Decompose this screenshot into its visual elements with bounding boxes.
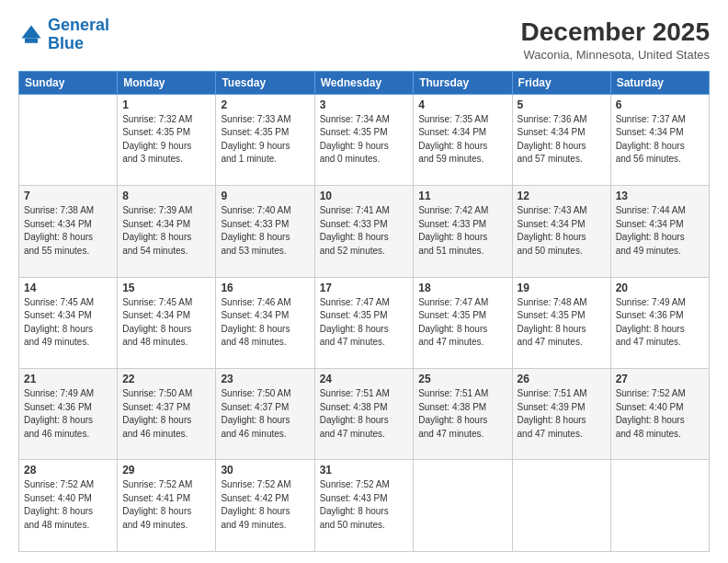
page: General Blue December 2025 Waconia, Minn… [0,0,728,563]
day-number: 21 [24,373,112,385]
day-number: 24 [320,373,409,385]
day-number: 29 [122,464,210,477]
svg-marker-0 [22,25,41,38]
day-number: 9 [221,190,309,202]
day-number: 18 [418,282,506,294]
calendar-cell: 26Sunrise: 7:51 AMSunset: 4:39 PMDayligh… [512,369,610,460]
calendar-cell [512,460,610,552]
calendar-week-row: 7Sunrise: 7:38 AMSunset: 4:34 PMDaylight… [19,186,710,277]
day-number: 14 [24,282,112,294]
day-info: Sunrise: 7:48 AMSunset: 4:35 PMDaylight:… [518,296,606,350]
calendar-cell: 18Sunrise: 7:47 AMSunset: 4:35 PMDayligh… [414,277,512,368]
day-info: Sunrise: 7:52 AMSunset: 4:40 PMDaylight:… [616,387,704,441]
calendar-day-header: Sunday [19,71,118,94]
calendar-cell: 22Sunrise: 7:50 AMSunset: 4:37 PMDayligh… [118,369,216,460]
day-number: 4 [418,98,506,111]
calendar-cell: 29Sunrise: 7:52 AMSunset: 4:41 PMDayligh… [118,460,216,552]
day-info: Sunrise: 7:51 AMSunset: 4:39 PMDaylight:… [518,387,606,441]
day-number: 8 [122,190,210,202]
calendar-week-row: 1Sunrise: 7:32 AMSunset: 4:35 PMDaylight… [19,94,710,185]
calendar-cell: 6Sunrise: 7:37 AMSunset: 4:34 PMDaylight… [610,94,709,185]
day-info: Sunrise: 7:45 AMSunset: 4:34 PMDaylight:… [24,296,112,350]
day-info: Sunrise: 7:50 AMSunset: 4:37 PMDaylight:… [221,387,309,441]
calendar-day-header: Friday [512,71,610,94]
calendar-cell: 23Sunrise: 7:50 AMSunset: 4:37 PMDayligh… [216,369,314,460]
day-number: 22 [122,373,210,385]
calendar-cell: 12Sunrise: 7:43 AMSunset: 4:34 PMDayligh… [512,186,610,277]
calendar-cell: 8Sunrise: 7:39 AMSunset: 4:34 PMDaylight… [118,186,216,277]
calendar-cell: 19Sunrise: 7:48 AMSunset: 4:35 PMDayligh… [512,277,610,368]
day-number: 5 [518,98,606,111]
day-number: 20 [616,282,704,294]
day-number: 2 [221,98,309,111]
day-info: Sunrise: 7:43 AMSunset: 4:34 PMDaylight:… [518,204,606,258]
calendar-cell: 1Sunrise: 7:32 AMSunset: 4:35 PMDaylight… [118,94,216,185]
day-info: Sunrise: 7:49 AMSunset: 4:36 PMDaylight:… [24,387,112,441]
calendar-cell: 24Sunrise: 7:51 AMSunset: 4:38 PMDayligh… [314,369,414,460]
day-number: 27 [616,373,704,385]
day-number: 12 [518,190,606,202]
calendar-cell: 13Sunrise: 7:44 AMSunset: 4:34 PMDayligh… [610,186,709,277]
day-number: 23 [221,373,309,385]
calendar-cell: 21Sunrise: 7:49 AMSunset: 4:36 PMDayligh… [19,369,118,460]
title-block: December 2025 Waconia, Minnesota, United… [521,17,710,62]
day-number: 7 [24,190,112,202]
main-title: December 2025 [521,17,710,48]
day-info: Sunrise: 7:51 AMSunset: 4:38 PMDaylight:… [418,387,506,441]
calendar-week-row: 14Sunrise: 7:45 AMSunset: 4:34 PMDayligh… [19,277,710,368]
calendar-day-header: Monday [118,71,216,94]
calendar-cell: 31Sunrise: 7:52 AMSunset: 4:43 PMDayligh… [314,460,414,552]
day-number: 26 [518,373,606,385]
header: General Blue December 2025 Waconia, Minn… [18,17,710,62]
day-number: 11 [418,190,506,202]
calendar-cell: 30Sunrise: 7:52 AMSunset: 4:42 PMDayligh… [216,460,314,552]
day-number: 6 [616,98,704,111]
day-info: Sunrise: 7:52 AMSunset: 4:40 PMDaylight:… [24,478,112,532]
day-info: Sunrise: 7:45 AMSunset: 4:34 PMDaylight:… [122,296,210,350]
calendar-cell: 16Sunrise: 7:46 AMSunset: 4:34 PMDayligh… [216,277,314,368]
calendar-cell: 17Sunrise: 7:47 AMSunset: 4:35 PMDayligh… [314,277,414,368]
calendar-cell: 15Sunrise: 7:45 AMSunset: 4:34 PMDayligh… [118,277,216,368]
day-info: Sunrise: 7:52 AMSunset: 4:43 PMDaylight:… [320,478,409,532]
calendar-cell: 14Sunrise: 7:45 AMSunset: 4:34 PMDayligh… [19,277,118,368]
calendar-cell: 9Sunrise: 7:40 AMSunset: 4:33 PMDaylight… [216,186,314,277]
calendar-cell: 7Sunrise: 7:38 AMSunset: 4:34 PMDaylight… [19,186,118,277]
day-info: Sunrise: 7:52 AMSunset: 4:41 PMDaylight:… [122,478,210,532]
logo: General Blue [18,17,109,53]
day-info: Sunrise: 7:44 AMSunset: 4:34 PMDaylight:… [616,204,704,258]
day-number: 10 [320,190,409,202]
day-info: Sunrise: 7:46 AMSunset: 4:34 PMDaylight:… [221,296,309,350]
day-info: Sunrise: 7:41 AMSunset: 4:33 PMDaylight:… [320,204,409,258]
day-info: Sunrise: 7:47 AMSunset: 4:35 PMDaylight:… [418,296,506,350]
day-number: 15 [122,282,210,294]
day-info: Sunrise: 7:32 AMSunset: 4:35 PMDaylight:… [122,113,210,167]
calendar-week-row: 28Sunrise: 7:52 AMSunset: 4:40 PMDayligh… [19,460,710,552]
day-number: 3 [320,98,409,111]
logo-icon [18,22,44,48]
day-info: Sunrise: 7:47 AMSunset: 4:35 PMDaylight:… [320,296,409,350]
calendar-day-header: Wednesday [314,71,414,94]
day-number: 19 [518,282,606,294]
calendar-cell: 11Sunrise: 7:42 AMSunset: 4:33 PMDayligh… [414,186,512,277]
calendar-cell: 20Sunrise: 7:49 AMSunset: 4:36 PMDayligh… [610,277,709,368]
calendar-cell [19,94,118,185]
calendar-cell: 10Sunrise: 7:41 AMSunset: 4:33 PMDayligh… [314,186,414,277]
day-info: Sunrise: 7:37 AMSunset: 4:34 PMDaylight:… [616,113,704,167]
calendar-day-header: Thursday [414,71,512,94]
calendar-cell: 4Sunrise: 7:35 AMSunset: 4:34 PMDaylight… [414,94,512,185]
day-info: Sunrise: 7:51 AMSunset: 4:38 PMDaylight:… [320,387,409,441]
calendar-cell: 2Sunrise: 7:33 AMSunset: 4:35 PMDaylight… [216,94,314,185]
day-number: 13 [616,190,704,202]
calendar-cell [414,460,512,552]
logo-text: General Blue [48,17,109,53]
calendar-day-header: Saturday [610,71,709,94]
calendar-table: SundayMondayTuesdayWednesdayThursdayFrid… [18,71,710,552]
day-info: Sunrise: 7:50 AMSunset: 4:37 PMDaylight:… [122,387,210,441]
day-number: 30 [221,464,309,477]
calendar-cell [610,460,709,552]
day-number: 25 [418,373,506,385]
day-info: Sunrise: 7:35 AMSunset: 4:34 PMDaylight:… [418,113,506,167]
day-info: Sunrise: 7:49 AMSunset: 4:36 PMDaylight:… [616,296,704,350]
calendar-cell: 5Sunrise: 7:36 AMSunset: 4:34 PMDaylight… [512,94,610,185]
day-info: Sunrise: 7:39 AMSunset: 4:34 PMDaylight:… [122,204,210,258]
